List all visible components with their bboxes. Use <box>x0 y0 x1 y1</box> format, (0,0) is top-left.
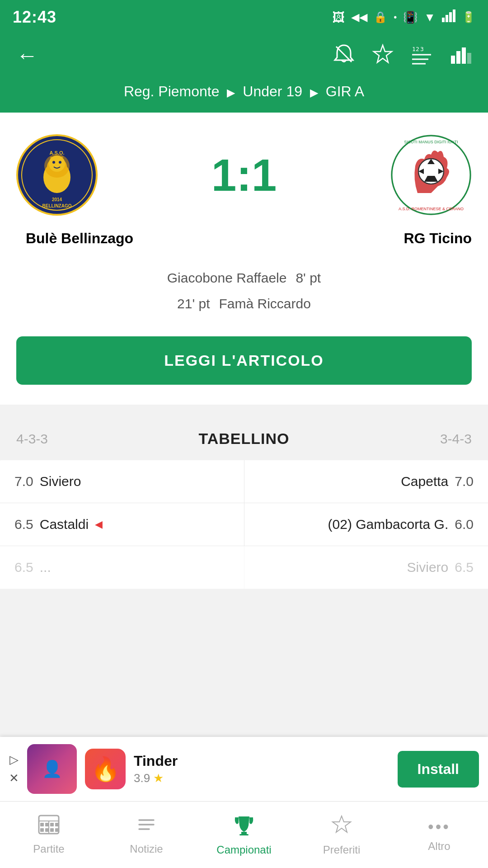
scorers: Giacobone Raffaele 8' pt 21' pt Famà Ric… <box>16 265 472 316</box>
stats-icon[interactable] <box>449 43 472 67</box>
home-team-logo: A.S.O. BULÈ 2014 BELLINZAGO <box>16 134 98 216</box>
svg-point-25 <box>59 161 61 164</box>
nav-bar: ← 1 2 3 <box>0 33 488 78</box>
tabellino-header: 4-3-3 TABELLINO 3-4-3 <box>0 423 488 460</box>
ad-rating: 3.9 ★ <box>134 771 389 785</box>
home-name-2: Castaldi <box>40 517 89 532</box>
scorer1-name: Giacobone Raffaele <box>167 265 287 291</box>
svg-marker-5 <box>374 45 392 62</box>
player-table: 7.0 Siviero Capetta 7.0 6.5 Castaldi ◀ (… <box>0 460 488 589</box>
tab-campionati-label: Campionati <box>216 844 271 856</box>
tab-altro[interactable]: ••• Altro <box>390 802 488 868</box>
status-time: 12:43 <box>13 8 56 27</box>
table-row: 7.0 Siviero Capetta 7.0 <box>0 460 488 503</box>
status-icons: 🖼 ◀◀ 🔒 • 📳 ▼ 🔋 <box>332 9 475 25</box>
away-name-2: (02) Gambacorta G. <box>328 517 449 532</box>
campionati-icon <box>233 814 255 840</box>
battery-icon: 🔋 <box>462 11 475 24</box>
back-button[interactable]: ← <box>16 43 38 68</box>
altro-icon: ••• <box>428 817 450 836</box>
match-card: A.S.O. BULÈ 2014 BELLINZAGO 1:1 <box>0 113 488 405</box>
svg-rect-1 <box>446 15 448 22</box>
svg-rect-0 <box>442 18 445 22</box>
away-formation: 3-4-3 <box>440 431 472 447</box>
svg-rect-15 <box>467 53 471 64</box>
match-score: 1:1 <box>98 149 390 201</box>
svg-text:BELLINZAGO: BELLINZAGO <box>42 203 72 208</box>
svg-point-24 <box>52 161 55 164</box>
send-icon: ◀◀ <box>351 11 367 24</box>
bottom-tab-bar: Partite Notizie Campionati <box>0 801 488 868</box>
svg-rect-2 <box>449 12 452 22</box>
team-names-row: Bulè Bellinzago RG Ticino <box>16 230 472 247</box>
home-player-cell-1: 7.0 Siviero <box>0 460 244 503</box>
svg-text:2: 2 <box>416 46 419 52</box>
svg-rect-37 <box>40 823 44 826</box>
scorer-row-1: Giacobone Raffaele 8' pt <box>16 265 472 291</box>
ad-app-icon: 🔥 <box>85 749 126 789</box>
tinder-flame-icon: 🔥 <box>91 755 120 783</box>
svg-rect-40 <box>45 828 49 832</box>
wifi-icon: ▼ <box>424 10 436 24</box>
nav-icons-right: 1 2 3 <box>333 43 472 67</box>
away-name-1: Capetta <box>401 474 448 489</box>
ad-install-button[interactable]: Install <box>398 751 479 788</box>
svg-text:1: 1 <box>412 46 416 52</box>
svg-text:2014: 2014 <box>52 197 62 202</box>
tabellino-title: TABELLINO <box>198 430 289 448</box>
signal-icon <box>442 9 455 25</box>
tab-preferiti-label: Preferiti <box>323 844 361 856</box>
preferiti-icon <box>331 814 352 840</box>
partite-icon <box>38 815 60 839</box>
ad-dismiss-icon[interactable]: ✕ <box>9 771 19 785</box>
article-button[interactable]: LEGGI L'ARTICOLO <box>16 336 472 385</box>
breadcrumb: Reg. Piemonte ▶ Under 19 ▶ GIR A <box>0 78 488 113</box>
tab-partite[interactable]: Partite <box>0 802 98 868</box>
away-player-cell-3: Siviero 6.5 <box>244 546 488 589</box>
tab-altro-label: Altro <box>428 840 450 853</box>
home-name-1: Siviero <box>40 474 81 489</box>
svg-marker-50 <box>333 816 351 832</box>
away-rating-2: 6.0 <box>455 517 474 532</box>
svg-text:3: 3 <box>420 46 424 52</box>
svg-rect-48 <box>241 832 247 834</box>
away-team-logo: SICUTI MANUS DIGITI IUNTI A.S.D. ROMENTI… <box>390 134 472 216</box>
scorer2-time: 21' pt <box>177 291 210 316</box>
away-name-3: Siviero <box>407 560 449 575</box>
svg-rect-3 <box>453 9 455 22</box>
svg-rect-49 <box>239 834 249 835</box>
home-rating-3: 6.5 <box>14 560 33 575</box>
home-formation: 4-3-3 <box>16 431 48 447</box>
tab-preferiti[interactable]: Preferiti <box>293 802 390 868</box>
ad-star-icon: ★ <box>153 771 164 785</box>
scorer2-name: Famà Riccardo <box>219 291 311 316</box>
home-rating-2: 6.5 <box>14 517 33 532</box>
ad-info: Tinder 3.9 ★ <box>134 753 389 785</box>
ad-thumbnail: 👤 <box>27 744 77 794</box>
svg-rect-12 <box>451 56 455 64</box>
svg-rect-41 <box>50 823 54 826</box>
ad-close-area[interactable]: ▷ ✕ <box>9 753 19 785</box>
favorite-icon[interactable] <box>371 43 394 67</box>
away-player-cell-1: Capetta 7.0 <box>244 460 488 503</box>
table-row: 6.5 ... Siviero 6.5 <box>0 546 488 589</box>
red-card-icon: ◀ <box>95 519 103 530</box>
tab-partite-label: Partite <box>33 843 64 855</box>
notizie-icon <box>136 815 156 839</box>
image-icon: 🖼 <box>332 10 345 25</box>
svg-rect-13 <box>456 51 460 64</box>
ad-title: Tinder <box>134 753 389 769</box>
away-player-cell-2: (02) Gambacorta G. 6.0 <box>244 503 488 546</box>
tab-notizie[interactable]: Notizie <box>98 802 195 868</box>
svg-text:SICUTI MANUS DIGITI IUNTI: SICUTI MANUS DIGITI IUNTI <box>404 140 458 144</box>
tabellino-section: 4-3-3 TABELLINO 3-4-3 7.0 Siviero Capett… <box>0 405 488 589</box>
home-player-cell-3: 6.5 ... <box>0 546 244 589</box>
svg-point-23 <box>49 156 65 172</box>
ad-play-icon: ▷ <box>9 753 19 767</box>
notifications-icon[interactable] <box>333 43 355 67</box>
vibrate-icon: 📳 <box>403 10 418 24</box>
home-name-3: ... <box>40 560 51 575</box>
table-row: 6.5 Castaldi ◀ (02) Gambacorta G. 6.0 <box>0 503 488 546</box>
tab-campionati[interactable]: Campionati <box>195 802 293 868</box>
sort-icon[interactable]: 1 2 3 <box>410 43 433 67</box>
